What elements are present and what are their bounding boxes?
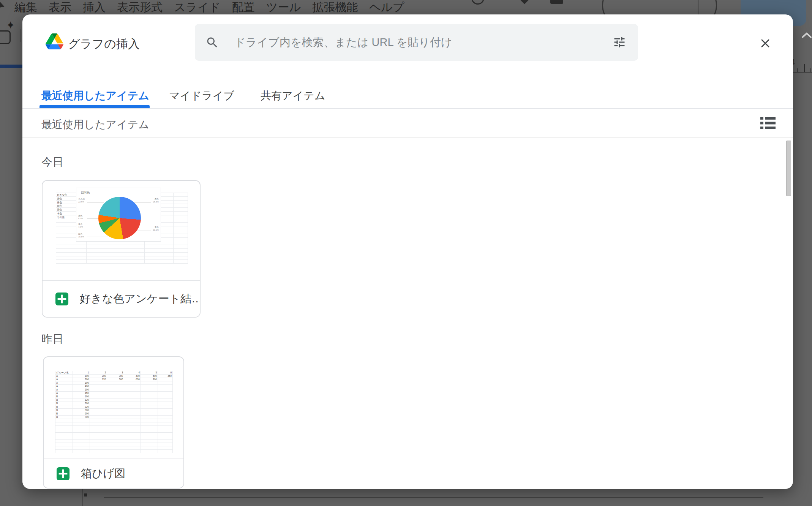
sparkle-icon: ✦	[6, 20, 15, 31]
tab-shared-items[interactable]: 共有アイテム	[261, 89, 325, 103]
table-cell	[90, 395, 107, 398]
table-cell	[159, 215, 174, 219]
search-input[interactable]	[234, 24, 599, 61]
table-cell	[55, 426, 73, 429]
table-row	[55, 426, 173, 429]
table-cell	[158, 378, 173, 381]
table-cell	[124, 412, 141, 416]
table-row	[56, 249, 188, 253]
menu-slide: スライド	[174, 1, 221, 14]
table-row	[56, 241, 188, 245]
table-cell	[141, 395, 158, 398]
table-cell	[90, 426, 107, 429]
table-cell	[159, 256, 174, 260]
table-cell	[141, 412, 158, 416]
file-title: 好きな色アンケート結…	[80, 291, 200, 307]
table-cell: 500	[73, 388, 90, 392]
table-cell	[124, 443, 141, 446]
menu-tools: ツール	[266, 1, 301, 14]
table-cell	[158, 450, 173, 453]
table-cell	[90, 405, 107, 409]
tune-filter-icon[interactable]	[613, 35, 626, 49]
table-cell	[158, 398, 173, 402]
table-cell	[90, 385, 107, 388]
table-cell	[107, 446, 124, 450]
table-cell	[124, 395, 141, 398]
table-cell	[141, 422, 158, 426]
table-cell	[141, 446, 158, 450]
table-cell	[73, 436, 90, 440]
table-cell	[130, 260, 145, 264]
table-cell	[124, 381, 141, 385]
redo-icon	[0, 2, 5, 10]
table-cell	[55, 422, 73, 426]
table-cell	[158, 443, 173, 446]
table-cell: 1	[73, 371, 90, 375]
table-cell: 100	[73, 375, 90, 378]
google-sheets-icon	[55, 293, 68, 305]
table-cell	[159, 204, 174, 208]
table-cell	[174, 212, 188, 215]
new-slide-icon	[0, 30, 11, 44]
dialog-scrollbar[interactable]	[786, 141, 791, 196]
table-cell: B	[55, 416, 73, 419]
table-cell: A	[55, 378, 73, 381]
table-cell	[56, 249, 87, 253]
table-cell	[55, 429, 73, 433]
menu-edit: 編集	[14, 1, 37, 14]
close-button[interactable]	[755, 33, 775, 53]
table-cell: A	[55, 381, 73, 385]
table-cell	[158, 416, 173, 419]
table-cell	[73, 419, 90, 422]
table-cell	[141, 405, 158, 409]
table-cell	[124, 398, 141, 402]
table-cell	[141, 450, 158, 453]
table-cell: 300	[73, 381, 90, 385]
ruler-mark	[84, 493, 87, 497]
table-cell	[141, 433, 158, 436]
table-cell	[158, 429, 173, 433]
table-cell	[107, 385, 124, 388]
table-row: B100	[55, 395, 173, 398]
table-cell	[158, 395, 173, 398]
table-cell	[174, 238, 188, 242]
table-cell: 450	[73, 392, 90, 395]
menu-help: ヘルプ	[369, 1, 404, 14]
table-cell	[87, 249, 130, 253]
table-cell: A	[55, 385, 73, 388]
table-cell: 700	[73, 416, 90, 419]
toolbar-bottom-line	[793, 88, 812, 88]
file-card-color-survey[interactable]: 好きな色回答数赤色50青色40緑色30黄色15水色12その他43 回答数 その他…	[42, 180, 201, 318]
tab-my-drive[interactable]: マイドライブ	[169, 89, 234, 103]
table-cell	[141, 398, 158, 402]
table-cell	[174, 253, 188, 256]
file-card-boxplot[interactable]: グループ名123456A100200300400500450A200120300…	[43, 356, 184, 489]
table-row	[56, 256, 188, 260]
table-cell	[56, 256, 87, 260]
tab-recent-items[interactable]: 最近使用したアイテム	[41, 89, 149, 103]
table-row: B700	[55, 416, 173, 419]
table-cell: B	[55, 402, 73, 405]
table-cell	[159, 230, 174, 234]
table-cell	[174, 208, 188, 212]
table-cell	[145, 249, 159, 253]
menu-insert: 挿入	[83, 1, 106, 14]
table-cell: 500	[141, 375, 158, 378]
table-cell	[159, 201, 174, 204]
table-cell	[130, 245, 145, 249]
table-cell	[124, 419, 141, 422]
table-cell	[159, 219, 174, 223]
table-cell	[107, 440, 124, 443]
table-cell	[124, 388, 141, 392]
table-cell: 200	[73, 402, 90, 405]
table-cell	[158, 426, 173, 429]
table-cell: B	[55, 395, 73, 398]
ruler-tick	[804, 64, 805, 72]
table-cell: 600	[73, 412, 90, 416]
list-view-toggle[interactable]	[760, 115, 776, 131]
table-cell	[159, 241, 174, 245]
table-cell	[158, 409, 173, 412]
table-cell	[55, 450, 73, 453]
search-icon	[205, 36, 219, 49]
section-title: 最近使用したアイテム	[41, 118, 149, 131]
